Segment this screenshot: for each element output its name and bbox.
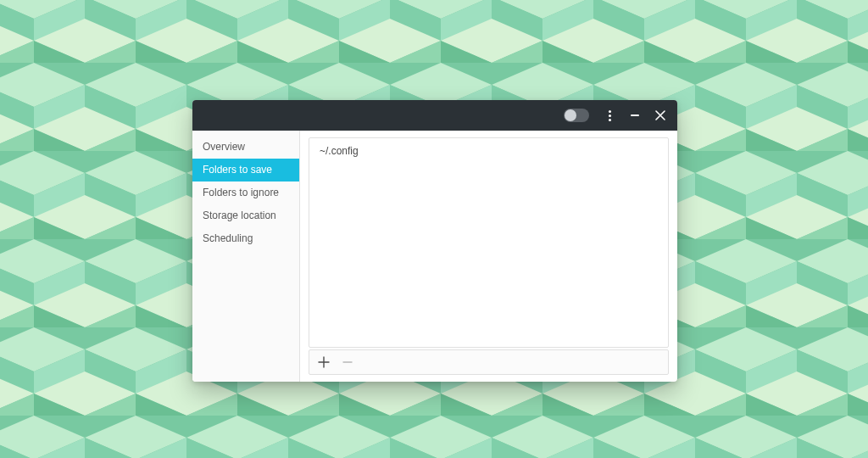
close-button[interactable]	[650, 105, 670, 126]
sidebar-item-folders-to-ignore[interactable]: Folders to ignore	[192, 182, 299, 204]
list-toolbar	[309, 349, 669, 375]
sidebar-item-overview[interactable]: Overview	[192, 136, 299, 159]
list-item[interactable]: ~/.config	[309, 138, 668, 164]
remove-folder-button[interactable]	[340, 355, 355, 370]
close-icon	[655, 110, 665, 120]
kebab-menu-icon	[609, 110, 611, 121]
minimize-button[interactable]	[625, 105, 645, 126]
desktop: Overview Folders to save Folders to igno…	[0, 0, 868, 458]
content-pane: ~/.config	[300, 131, 677, 382]
titlebar	[192, 100, 677, 131]
window-body: Overview Folders to save Folders to igno…	[192, 131, 677, 382]
toggle-knob	[565, 109, 576, 121]
folders-to-save-list[interactable]: ~/.config	[309, 137, 669, 348]
backup-preferences-window: Overview Folders to save Folders to igno…	[192, 100, 677, 382]
minus-icon	[342, 356, 353, 368]
sidebar-item-folders-to-save[interactable]: Folders to save	[192, 159, 299, 182]
sidebar: Overview Folders to save Folders to igno…	[192, 131, 300, 382]
plus-icon	[318, 356, 330, 368]
sidebar-item-scheduling[interactable]: Scheduling	[192, 227, 299, 250]
menu-button[interactable]	[599, 105, 620, 126]
sidebar-item-storage-location[interactable]: Storage location	[192, 204, 299, 227]
minimize-icon	[631, 114, 639, 116]
auto-backup-toggle[interactable]	[564, 109, 589, 122]
add-folder-button[interactable]	[316, 355, 331, 370]
